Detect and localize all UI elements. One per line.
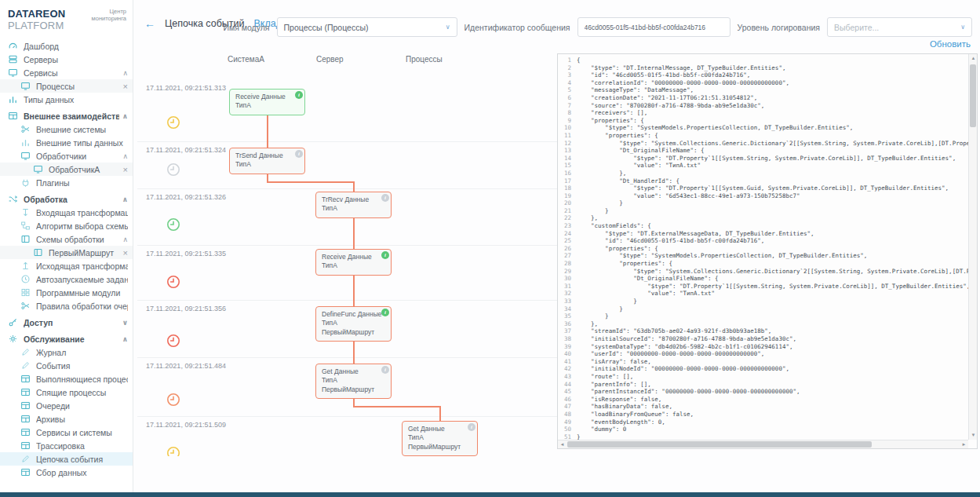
code-line: "properties": { <box>558 117 968 125</box>
sidebar-item-handlers[interactable]: Обработчики∧ <box>0 149 133 163</box>
event-node[interactable]: i TrSend Данные ТипА <box>229 148 305 174</box>
sidebar-item-queue-processing-rules[interactable]: Правила обработки очередей <box>0 299 133 312</box>
row-separator <box>137 188 565 189</box>
status-icon: i <box>381 194 389 202</box>
vertical-scrollbar[interactable]: ▲ ▼ <box>968 54 977 440</box>
module-name-select[interactable]: Процессы (Процессы)∨ <box>277 17 457 37</box>
chevron-up-icon[interactable]: ∧ <box>122 335 128 343</box>
row-separator <box>137 141 565 142</box>
row-separator <box>137 300 565 301</box>
close-icon[interactable]: × <box>123 165 128 174</box>
code-line: "id": "46cd0055-01f5-41bd-bb5f-c00fda24b… <box>558 237 968 245</box>
code-line: "correlationId": "00000000-0000-0000-000… <box>558 79 968 87</box>
clock-icon <box>166 163 180 177</box>
code-line: "value": "6d543ec1-88cc-49e1-a973-150b75… <box>558 192 968 200</box>
sidebar-item-journal[interactable]: Журнал <box>0 345 133 359</box>
sidebar-item-running-processes[interactable]: Выполняющиеся процессы <box>0 372 133 386</box>
sidebar-item-processing-schemes[interactable]: Схемы обработки∧ <box>0 232 133 246</box>
connector-line <box>353 338 355 364</box>
chevron-down-icon[interactable]: ∨ <box>122 319 128 327</box>
event-node[interactable]: i DefineFunc Данные ТипА ПервыйМаршрут <box>315 306 392 342</box>
sidebar-item-data-types[interactable]: Типы данных <box>0 93 133 106</box>
sidebar-item-first-route[interactable]: ПервыйМаршрут× <box>0 246 133 259</box>
sidebar-item-queues[interactable]: Очереди <box>0 399 133 412</box>
code-line: "id": "46cd0055-01f5-41bd-bb5f-c00fda24b… <box>558 71 968 79</box>
code-line: "userId": "00000000-0000-0000-0000-00000… <box>558 350 968 358</box>
sidebar-item-access[interactable]: Доступ∨ <box>0 316 133 329</box>
event-node[interactable]: i Get Данные ТипА ПервыйМаршрут <box>402 421 478 456</box>
code-line: "$type": "SystemModels.PropertiesCollect… <box>558 124 968 132</box>
sidebar-item-program-modules[interactable]: Программные модули <box>0 286 133 299</box>
sidebar-item-maintenance[interactable]: Обслуживание∧ <box>0 332 133 345</box>
clock-icon <box>166 334 180 348</box>
code-line: "$type": "DT.Property`1[[System.String, … <box>558 155 968 163</box>
column-header-server: Сервер <box>316 55 344 64</box>
sidebar-item-handler-a[interactable]: ОбработчикА× <box>0 163 133 176</box>
bars-icon <box>8 94 18 104</box>
sidebar-item-services-and-systems[interactable]: Сервисы и системы <box>0 426 133 439</box>
code-line: } <box>558 305 968 313</box>
scroll-down-icon[interactable]: ▼ <box>969 431 978 440</box>
sidebar-item-autorun-tasks[interactable]: Автозапускаемые задания <box>0 272 133 286</box>
connector-line <box>439 406 441 422</box>
code-line: "$type": "System.Collections.Generic.Dic… <box>558 140 968 148</box>
event-node[interactable]: i Receive Данные ТипА <box>229 89 305 115</box>
chevron-up-icon[interactable]: ∧ <box>122 196 128 203</box>
sidebar-item-events[interactable]: События <box>0 359 133 372</box>
event-timestamp: 17.11.2021, 09:21:51.313 <box>146 84 226 92</box>
module-name-label: Имя модуля <box>223 23 269 32</box>
main-area: ← Цепочка событий Вкладка Имя модуля Про… <box>133 0 980 492</box>
sidebar-item-incoming-transformation[interactable]: Входящая трансформация <box>0 206 133 219</box>
sidebar-item-services[interactable]: Сервисы∧ <box>0 66 133 79</box>
horizontal-scroll-thumb[interactable] <box>567 441 872 448</box>
key-icon <box>8 317 18 327</box>
chevron-up-icon[interactable]: ∧ <box>122 112 128 120</box>
column-header-systema: СистемаА <box>228 55 264 64</box>
code-line: "customFields": { <box>558 222 968 230</box>
event-node[interactable]: i Receive Данные ТипА <box>315 249 392 276</box>
back-arrow-icon[interactable]: ← <box>144 17 155 30</box>
scroll-up-icon[interactable]: ▲ <box>969 54 978 63</box>
chevron-up-icon[interactable]: ∧ <box>122 69 128 77</box>
horizontal-scrollbar[interactable]: ◄ ► <box>558 440 968 448</box>
sidebar-item-processes[interactable]: Процессы× <box>0 79 133 93</box>
sidebar-item-scheme-selection-algorithm[interactable]: Алгоритм выбора схемы <box>0 219 133 232</box>
gear-icon <box>8 334 18 344</box>
close-icon[interactable]: × <box>123 82 128 91</box>
message-id-input[interactable] <box>577 17 730 37</box>
bottom-bar <box>0 492 980 497</box>
scroll-right-icon[interactable]: ► <box>960 440 968 449</box>
sidebar-item-data-collection[interactable]: Сбор данных <box>0 466 133 479</box>
code-line: "$type": "DT.InternalMessage, DT_TypeBui… <box>558 64 968 72</box>
scissors-icon <box>20 124 31 134</box>
sidebar-item-plugins[interactable]: Плагины <box>0 176 133 189</box>
refresh-button[interactable]: Обновить <box>930 39 971 49</box>
table-icon <box>20 440 31 451</box>
log-level-select[interactable]: Выберите...∨ <box>827 17 972 37</box>
brand-logo: DATAREON PLATFORM <box>8 8 92 31</box>
sidebar-item-external-data-types[interactable]: Внешние типы данных <box>0 136 133 149</box>
sidebar-item-archives[interactable]: Архивы <box>0 412 133 426</box>
brand-context: Центр мониторинга <box>92 8 126 22</box>
sidebar-item-external-interaction[interactable]: Внешнее взаимодействие∧ <box>0 109 133 122</box>
sidebar-item-dashboard[interactable]: Дашборд <box>0 39 133 53</box>
event-node[interactable]: i Get Данные ТипА ПервыйМаршрут <box>315 364 392 399</box>
chevron-up-icon[interactable]: ∧ <box>122 236 128 243</box>
close-icon[interactable]: × <box>123 248 128 258</box>
sidebar-item-processing[interactable]: Обработка∧ <box>0 192 133 206</box>
table-icon <box>20 387 31 397</box>
event-node[interactable]: i TrRecv Данные ТипА <box>315 192 392 218</box>
sidebar-item-outgoing-transformation[interactable]: Исходящая трансформация <box>0 259 133 272</box>
sidebar-item-external-systems[interactable]: Внешние системы <box>0 122 133 136</box>
sidebar-item-event-chain[interactable]: Цепочка события <box>0 452 133 466</box>
pencil-icon <box>20 454 31 464</box>
chevron-up-icon[interactable]: ∧ <box>122 152 128 160</box>
message-json-panel[interactable]: { "$type": "DT.InternalMessage, DT_TypeB… <box>557 53 978 449</box>
monitor-icon <box>33 164 43 174</box>
scroll-left-icon[interactable]: ◄ <box>558 440 567 449</box>
sidebar-item-sleeping-processes[interactable]: Спящие процессы <box>0 386 133 399</box>
sidebar-item-tracing[interactable]: Трассировка <box>0 439 133 452</box>
code-line: "$type": "SystemModels.PropertiesCollect… <box>558 252 968 260</box>
sidebar-item-servers[interactable]: Серверы <box>0 53 133 66</box>
vertical-scroll-thumb[interactable] <box>970 64 976 127</box>
